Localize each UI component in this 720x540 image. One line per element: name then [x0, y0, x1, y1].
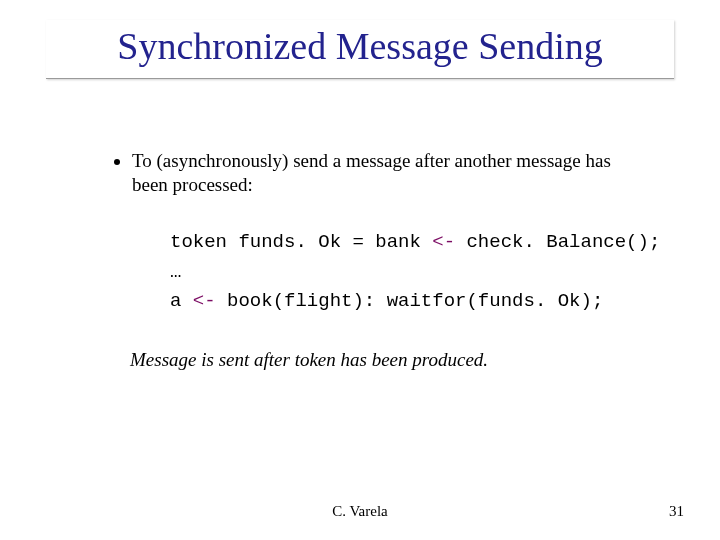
bullet-list: To (asynchronously) send a message after… — [110, 149, 650, 197]
code-block: token funds. Ok = bank <- check. Balance… — [170, 228, 650, 316]
footer-page-number: 31 — [669, 503, 684, 520]
slide-body: To (asynchronously) send a message after… — [110, 149, 650, 371]
code-line-3b: book(flight): waitfor(funds. Ok); — [216, 290, 615, 312]
arrow-icon: <- — [432, 231, 455, 253]
arrow-icon: <- — [193, 290, 216, 312]
code-line-1a: token funds. Ok = bank — [170, 231, 432, 253]
code-line-2: … — [170, 261, 181, 283]
code-line-3a: a — [170, 290, 193, 312]
footer-author: C. Varela — [0, 503, 720, 520]
note-text: Message is sent after token has been pro… — [130, 349, 650, 371]
bullet-item: To (asynchronously) send a message after… — [132, 149, 650, 197]
page-title: Synchronized Message Sending — [46, 26, 674, 68]
code-line-1b: check. Balance(); — [455, 231, 672, 253]
title-container: Synchronized Message Sending — [46, 20, 674, 79]
